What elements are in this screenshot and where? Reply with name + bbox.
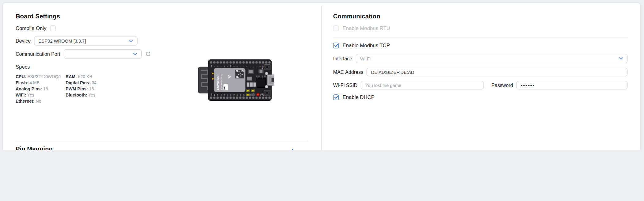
mac-address-input[interactable] bbox=[367, 68, 628, 76]
device-label: Device bbox=[16, 38, 31, 44]
communication-panel: Communication Enable Modbus RTU Enable M… bbox=[321, 3, 640, 150]
device-row: Device ESP32 WROOM [3.3.7] bbox=[16, 36, 308, 46]
svg-text:26: 26 bbox=[240, 94, 241, 96]
svg-text:EN: EN bbox=[214, 94, 215, 96]
section-divider bbox=[333, 37, 628, 37]
svg-text:35: 35 bbox=[227, 94, 228, 96]
board-en-label: EN bbox=[261, 93, 263, 95]
svg-text:18: 18 bbox=[236, 66, 238, 67]
svg-text:33: 33 bbox=[233, 94, 235, 96]
mac-address-row: MAC Address bbox=[333, 68, 628, 76]
communication-port-select[interactable] bbox=[63, 49, 142, 59]
board-image: GND2322TXRX21GND19185171640215D1D0CLK 3V… bbox=[198, 59, 274, 101]
spec-bluetooth: Bluetooth: Yes bbox=[66, 92, 97, 98]
interface-select[interactable]: Wi-Fi bbox=[356, 54, 627, 63]
interface-label: Interface bbox=[333, 56, 352, 62]
board-boot-label: Boot bbox=[261, 66, 263, 70]
board-module-text: ESP-WROOM-32 bbox=[220, 74, 223, 90]
spec-cpu: CPU: ESP32-D0WDQ6 bbox=[16, 74, 61, 80]
svg-text:15: 15 bbox=[259, 66, 261, 67]
wifi-ssid-label: Wi-Fi SSID bbox=[333, 82, 357, 88]
modbus-tcp-checkbox[interactable] bbox=[333, 43, 339, 48]
modbus-rtu-label: Enable Modbus RTU bbox=[343, 25, 390, 31]
svg-text:GND: GND bbox=[211, 65, 212, 67]
svg-text:TX: TX bbox=[220, 66, 222, 67]
device-select[interactable]: ESP32 WROOM [3.3.7] bbox=[34, 36, 138, 46]
modbus-tcp-label: Enable Modbus TCP bbox=[343, 43, 390, 48]
svg-text:GND: GND bbox=[230, 65, 231, 67]
board-settings-title: Board Settings bbox=[16, 13, 308, 20]
section-divider bbox=[16, 141, 308, 141]
communication-port-label: Communication Port bbox=[16, 51, 60, 57]
svg-text:5: 5 bbox=[240, 66, 241, 67]
svg-text:3V3: 3V3 bbox=[211, 93, 212, 96]
spec-flash: Flash: 4 MB bbox=[16, 80, 61, 86]
enable-dhcp-checkbox[interactable] bbox=[333, 94, 339, 100]
svg-text:25: 25 bbox=[236, 94, 238, 96]
svg-text:4: 4 bbox=[250, 66, 251, 67]
communication-port-row: Communication Port bbox=[16, 49, 308, 59]
interface-row: Interface Wi-Fi bbox=[333, 54, 628, 63]
spec-ram: RAM: 520 KB bbox=[66, 74, 97, 80]
modbus-tcp-row: Enable Modbus TCP bbox=[333, 43, 628, 48]
pin-mapping-title: Pin Mapping bbox=[16, 145, 53, 150]
wifi-ssid-input[interactable] bbox=[361, 81, 484, 89]
password-input[interactable] bbox=[516, 81, 627, 89]
svg-text:VP: VP bbox=[217, 94, 219, 96]
chevron-down-icon bbox=[129, 40, 133, 42]
board-settings-page: Board Settings Compile Only Device ESP32… bbox=[0, 0, 644, 150]
enable-dhcp-row: Enable DHCP bbox=[333, 94, 628, 100]
svg-text:0: 0 bbox=[253, 66, 254, 67]
spec-wifi: WiFi: Yes bbox=[16, 92, 61, 98]
wifi-credentials-row: Wi-Fi SSID Password bbox=[333, 81, 628, 89]
svg-text:23: 23 bbox=[214, 66, 215, 67]
chevron-down-icon bbox=[619, 57, 623, 60]
svg-text:34: 34 bbox=[223, 94, 225, 96]
password-label: Password bbox=[491, 82, 513, 88]
compile-only-checkbox[interactable] bbox=[50, 25, 56, 31]
pin-mapping-section: Pin Mapping Pin bbox=[16, 141, 308, 150]
enable-dhcp-label: Enable DHCP bbox=[343, 94, 375, 100]
spec-analog-pins: Analog Pins: 18 bbox=[16, 86, 61, 92]
modbus-rtu-checkbox bbox=[333, 25, 339, 31]
svg-text:27: 27 bbox=[243, 94, 245, 96]
mac-address-label: MAC Address bbox=[333, 69, 363, 75]
refresh-ports-icon[interactable] bbox=[145, 51, 151, 57]
interface-select-value: Wi-Fi bbox=[360, 56, 371, 61]
spec-ethernet: Ethernet: No bbox=[16, 98, 61, 104]
settings-card: Board Settings Compile Only Device ESP32… bbox=[2, 2, 641, 150]
board-brand-text: ESPRESSIF bbox=[216, 74, 219, 90]
device-select-value: ESP32 WROOM [3.3.7] bbox=[39, 38, 86, 43]
spec-digital-pins: Digital Pins: 34 bbox=[66, 80, 97, 86]
svg-text:32: 32 bbox=[230, 94, 231, 96]
svg-text:21: 21 bbox=[227, 66, 228, 67]
svg-text:17: 17 bbox=[243, 66, 245, 67]
svg-text:22: 22 bbox=[217, 66, 219, 67]
svg-text:16: 16 bbox=[246, 66, 248, 67]
spec-pwm-pins: PWM Pins: 16 bbox=[66, 86, 97, 92]
communication-title: Communication bbox=[333, 13, 628, 20]
board-wifi-badge: WIFI bbox=[223, 86, 225, 90]
compile-only-row: Compile Only bbox=[16, 25, 308, 31]
chevron-down-icon bbox=[133, 53, 137, 55]
svg-text:RX: RX bbox=[223, 66, 225, 67]
svg-text:VN: VN bbox=[220, 94, 222, 96]
add-row-icon[interactable] bbox=[289, 148, 296, 150]
remove-row-icon[interactable] bbox=[302, 148, 309, 150]
svg-text:19: 19 bbox=[233, 66, 235, 67]
compile-only-label: Compile Only bbox=[16, 25, 47, 31]
board-settings-panel: Board Settings Compile Only Device ESP32… bbox=[3, 3, 321, 150]
modbus-rtu-row: Enable Modbus RTU bbox=[333, 25, 628, 31]
svg-text:2: 2 bbox=[256, 66, 257, 67]
